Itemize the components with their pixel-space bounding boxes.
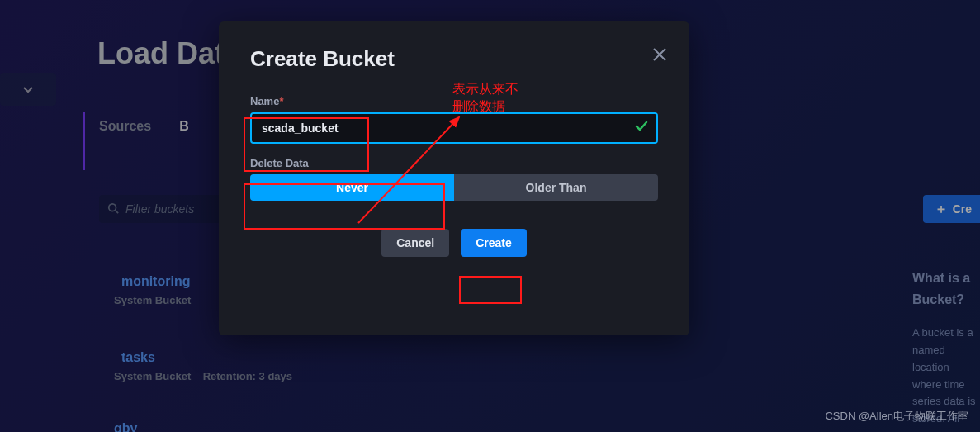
annotation-text: 表示从来不 删除数据: [452, 81, 518, 116]
delete-data-toggle: Never Older Than: [250, 174, 658, 201]
create-button[interactable]: Create: [461, 229, 527, 257]
delete-data-label: Delete Data: [250, 157, 658, 169]
toggle-never[interactable]: Never: [250, 174, 454, 201]
close-icon[interactable]: [651, 46, 668, 63]
watermark: CSDN @Allen电子物联工作室: [825, 409, 968, 424]
bucket-name-input[interactable]: [250, 112, 658, 144]
create-bucket-modal: Create Bucket Name* Delete Data Never Ol…: [219, 21, 689, 335]
modal-title: Create Bucket: [250, 46, 658, 72]
modal-actions: Cancel Create: [250, 229, 658, 257]
toggle-older-than[interactable]: Older Than: [454, 174, 658, 201]
check-icon: [635, 120, 648, 136]
cancel-button[interactable]: Cancel: [381, 229, 449, 257]
